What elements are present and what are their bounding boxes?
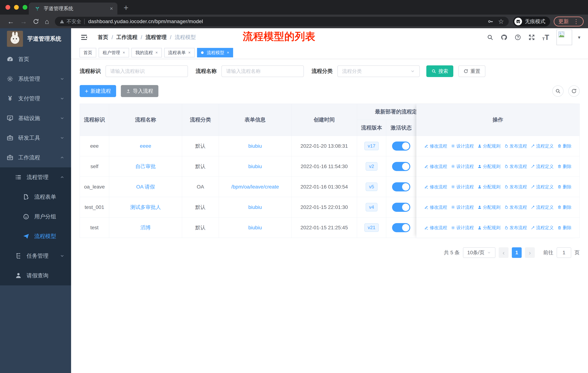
sidebar-collapse-icon[interactable]: [80, 33, 88, 41]
assign-rule-link[interactable]: 分配规则: [478, 204, 501, 210]
process-definition-link[interactable]: 流程定义: [531, 163, 554, 169]
sidebar-item-leave-query[interactable]: 请假查询: [0, 266, 71, 285]
url-text[interactable]: dashboard.yudao.iocoder.cn/bpm/manager/m…: [88, 19, 203, 24]
form-info-link[interactable]: biubiu: [219, 156, 292, 177]
process-definition-link[interactable]: 流程定义: [531, 184, 554, 190]
bookmark-star-icon[interactable]: ☆: [498, 18, 504, 25]
sidebar-item-user-group[interactable]: 用户分组: [0, 207, 71, 226]
toggle-search-button[interactable]: [552, 85, 564, 97]
github-icon[interactable]: [501, 34, 507, 40]
active-toggle[interactable]: [392, 162, 410, 171]
window-controls[interactable]: [5, 5, 27, 10]
version-badge[interactable]: v4: [366, 203, 378, 212]
new-tab-button[interactable]: +: [124, 2, 128, 13]
fullscreen-icon[interactable]: [528, 34, 535, 40]
active-toggle[interactable]: [392, 141, 410, 151]
close-icon[interactable]: ×: [156, 50, 158, 55]
assign-rule-link[interactable]: 分配规则: [478, 225, 501, 231]
sidebar-item-process-model[interactable]: 流程模型: [0, 226, 71, 246]
reset-button[interactable]: 重置: [458, 65, 485, 77]
browser-menu-icon[interactable]: ⋮: [573, 19, 579, 24]
sidebar-item-devtools[interactable]: 研发工具: [0, 128, 71, 148]
prev-page-button[interactable]: ‹: [499, 247, 509, 258]
close-icon[interactable]: ×: [188, 50, 191, 55]
form-info-link[interactable]: biubiu: [219, 197, 292, 217]
category-select[interactable]: 流程分类: [337, 65, 420, 77]
publish-process-link[interactable]: 发布流程: [504, 163, 527, 169]
tab-close-icon[interactable]: ×: [110, 6, 113, 11]
tag-process-model[interactable]: 流程模型×: [197, 48, 233, 57]
active-toggle[interactable]: [392, 223, 410, 232]
next-page-button[interactable]: ›: [525, 247, 535, 258]
version-badge[interactable]: v21: [364, 223, 379, 232]
back-button[interactable]: ←: [7, 18, 14, 25]
design-process-link[interactable]: 设计流程: [451, 184, 474, 190]
active-toggle[interactable]: [392, 182, 410, 192]
publish-process-link[interactable]: 发布流程: [504, 184, 527, 190]
process-name-link[interactable]: 测试多审批人: [109, 197, 182, 217]
browser-tab[interactable]: 芋道管理系统 ×: [29, 2, 117, 15]
modify-process-link[interactable]: 修改流程: [424, 143, 447, 149]
tag-home[interactable]: 首页: [79, 48, 96, 57]
page-size-select[interactable]: 10条/页: [463, 247, 495, 258]
design-process-link[interactable]: 设计流程: [451, 163, 474, 169]
sidebar-item-payment[interactable]: ¥ 支付管理: [0, 89, 71, 108]
current-page-button[interactable]: 1: [512, 247, 522, 258]
search-button[interactable]: 搜索: [426, 65, 453, 77]
help-icon[interactable]: [514, 34, 521, 40]
search-icon[interactable]: [487, 34, 494, 40]
tag-tenant[interactable]: 租户管理×: [99, 48, 129, 57]
delete-link[interactable]: 删除: [557, 163, 572, 169]
close-window-button[interactable]: [5, 5, 10, 10]
process-key-input[interactable]: [105, 65, 188, 77]
modify-process-link[interactable]: 修改流程: [424, 204, 447, 210]
delete-link[interactable]: 删除: [557, 143, 572, 149]
process-name-link[interactable]: 自己审批: [109, 156, 182, 177]
publish-process-link[interactable]: 发布流程: [504, 143, 527, 149]
close-icon[interactable]: ×: [123, 50, 125, 55]
update-button[interactable]: 更新: [558, 18, 569, 25]
delete-link[interactable]: 删除: [557, 184, 572, 190]
breadcrumb-home[interactable]: 首页: [98, 34, 108, 41]
process-name-input[interactable]: [221, 65, 304, 77]
breadcrumb-process-manage[interactable]: 流程管理: [146, 34, 167, 41]
address-bar[interactable]: 不安全 dashboard.yudao.iocoder.cn/bpm/manag…: [55, 17, 509, 26]
sidebar-item-process-form[interactable]: 流程表单: [0, 187, 71, 207]
sidebar-item-system[interactable]: 系统管理: [0, 69, 71, 89]
design-process-link[interactable]: 设计流程: [451, 143, 474, 149]
sidebar-item-infra[interactable]: 基础设施: [0, 108, 71, 128]
publish-process-link[interactable]: 发布流程: [504, 225, 527, 231]
delete-link[interactable]: 删除: [557, 225, 572, 231]
create-process-button[interactable]: + 新建流程: [80, 85, 116, 97]
reload-button[interactable]: [33, 18, 39, 25]
process-name-link[interactable]: OA 请假: [109, 177, 182, 197]
modify-process-link[interactable]: 修改流程: [424, 163, 447, 169]
process-name-link[interactable]: 滔博: [109, 217, 182, 238]
design-process-link[interactable]: 设计流程: [451, 225, 474, 231]
delete-link[interactable]: 删除: [557, 204, 572, 210]
browser-update-pill[interactable]: 更新 ⋮: [554, 17, 584, 26]
version-badge[interactable]: v17: [364, 142, 379, 150]
password-key-icon[interactable]: [488, 19, 494, 24]
import-process-button[interactable]: 导入流程: [121, 85, 158, 97]
version-badge[interactable]: v5: [366, 182, 378, 191]
assign-rule-link[interactable]: 分配规则: [478, 163, 501, 169]
home-button[interactable]: ⌂: [45, 18, 49, 25]
process-name-link[interactable]: eeee: [109, 136, 182, 156]
minimize-window-button[interactable]: [14, 5, 19, 10]
sidebar-item-task-manage[interactable]: 任务管理: [0, 246, 71, 266]
sidebar-item-home[interactable]: 首页: [0, 49, 71, 69]
breadcrumb-workflow[interactable]: 工作流程: [116, 34, 137, 41]
modify-process-link[interactable]: 修改流程: [424, 225, 447, 231]
sidebar-item-workflow[interactable]: 工作流程: [0, 148, 71, 167]
tag-my-process[interactable]: 我的流程×: [131, 48, 162, 57]
active-toggle[interactable]: [392, 203, 410, 212]
form-info-link[interactable]: biubiu: [219, 136, 292, 156]
font-size-icon[interactable]: TT: [542, 34, 549, 41]
process-definition-link[interactable]: 流程定义: [531, 225, 554, 231]
form-info-link[interactable]: /bpm/oa/leave/create: [219, 177, 292, 197]
version-badge[interactable]: v2: [366, 162, 378, 171]
avatar[interactable]: [556, 30, 572, 45]
form-info-link[interactable]: biubiu: [219, 217, 292, 238]
assign-rule-link[interactable]: 分配规则: [478, 143, 501, 149]
